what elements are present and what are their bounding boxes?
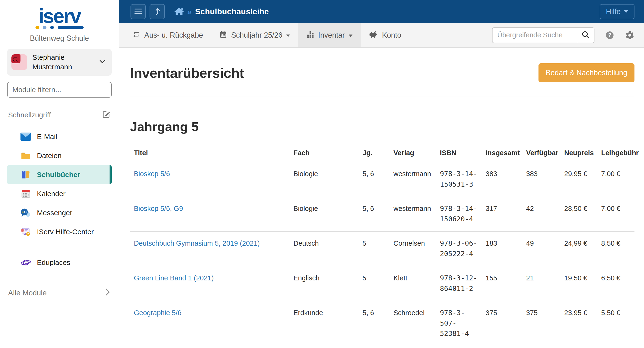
cell-titel: Deutschbuch Gymnasium 5, 2019 (2021) <box>130 232 290 266</box>
cell-neupreis: 28,50 € <box>560 197 597 232</box>
sidebar-item-files[interactable]: Dateien <box>7 146 112 165</box>
sidebar: iserv Bültenweg Schule <box>0 0 119 348</box>
sidebar-item-kalender[interactable]: Kalender <box>7 184 112 203</box>
cell-jg: 5 <box>359 266 390 301</box>
cell-fach: Biologie <box>290 197 359 232</box>
quick-access-label: Schnellzugriff <box>8 111 51 119</box>
cell-isbn: 978-3-12-104613-3 <box>436 346 482 348</box>
module-subnav: Aus- u. Rückgabe Schuljahr 25/26 Inventa… <box>119 23 644 48</box>
cell-jg: 5 <box>359 232 390 266</box>
col-jg: Jg. <box>359 144 390 162</box>
sidebar-item-eduplaces[interactable]: Eduplaces <box>7 253 112 272</box>
chevron-right-icon <box>104 288 111 298</box>
breadcrumb-separator: » <box>187 7 192 16</box>
col-neupreis: Neupreis <box>560 144 597 162</box>
table-header-row: Titel Fach Jg. Verlag ISBN Insgesamt Ver… <box>130 144 634 162</box>
all-modules-link[interactable]: Alle Module <box>8 288 111 298</box>
cell-verfuegbar: 59 <box>522 346 560 348</box>
sidebar-item-email[interactable]: E-Mail <box>7 127 112 146</box>
book-title-link[interactable]: Green Line Band 1 (2021) <box>134 274 214 282</box>
global-search-input[interactable] <box>492 27 577 43</box>
caret-down-icon <box>349 34 352 37</box>
eduplaces-icon <box>20 258 31 267</box>
cell-jg: 5, 6 <box>359 301 390 346</box>
cell-leihgebuehr: 7,00 € <box>597 197 634 232</box>
col-leihgebuehr: Leihgebühr <box>597 144 634 162</box>
cell-leihgebuehr: 7,00 € <box>597 346 634 348</box>
global-search <box>492 27 594 43</box>
table-row: Green Line Band 1 (2021) Englisch 5 Klet… <box>130 266 634 301</box>
iserv-logo-text: iserv <box>34 7 84 25</box>
logo-underline-bar <box>58 26 84 29</box>
menu-toggle-button[interactable] <box>130 4 146 19</box>
cell-isbn: 978-3-14-150620-4 <box>436 197 482 232</box>
table-row: Bioskop 5/6 Biologie 5, 6 westermann 978… <box>130 162 634 197</box>
caret-down-icon <box>286 34 290 37</box>
app-root: iserv Bültenweg Schule <box>0 0 644 348</box>
cell-leihgebuehr: 6,50 € <box>597 266 634 301</box>
cell-verlag: Klett <box>390 346 436 348</box>
edit-icon[interactable] <box>102 110 111 120</box>
svg-text:?: ? <box>608 32 611 38</box>
inventory-icon <box>306 30 314 40</box>
books-icon <box>20 170 31 179</box>
book-title-link[interactable]: Bioskop 5/6, G9 <box>134 205 183 212</box>
table-row: Geographie 5/6 Erdkunde 5, 6 Schroedel 9… <box>130 301 634 346</box>
book-title-link[interactable]: Deutschbuch Gymnasium 5, 2019 (2021) <box>134 240 260 247</box>
cell-isbn: 978-3-507-52381-4 <box>436 301 482 346</box>
cell-verfuegbar: 21 <box>522 266 560 301</box>
book-title-link[interactable]: Geographie 5/6 <box>134 309 182 317</box>
cell-verfuegbar: 42 <box>522 197 560 232</box>
cell-neupreis: 26,95 € <box>560 346 597 348</box>
bedarf-nachbestellung-button[interactable]: Bedarf & Nachbestellung <box>538 63 634 82</box>
breadcrumb-home-link[interactable] <box>174 7 184 17</box>
calendar-icon <box>219 30 227 40</box>
col-titel: Titel <box>130 144 290 162</box>
cell-insgesamt: 375 <box>482 301 522 346</box>
col-fach: Fach <box>290 144 359 162</box>
topbar: » Schulbuchausleihe Hilfe <box>119 0 644 23</box>
sidebar-item-messenger[interactable]: Messenger <box>7 203 112 222</box>
sidebar-divider <box>7 247 112 247</box>
cell-neupreis: 24,99 € <box>560 232 597 266</box>
book-title-link[interactable]: Bioskop 5/6 <box>134 170 170 178</box>
cell-verlag: Schroedel <box>390 301 436 346</box>
sidebar-item-schulbuecher[interactable]: Schulbücher <box>7 165 112 184</box>
cell-titel: Green Line Band 1 (2021) <box>130 266 290 301</box>
help-dropdown-button[interactable]: Hilfe <box>600 4 634 19</box>
cell-neupreis: 19,50 € <box>560 266 597 301</box>
calendar-icon <box>20 189 31 198</box>
sidebar-item-hilfe-center[interactable]: ? IServ Hilfe-Center <box>7 222 112 241</box>
tab-aus-u-rueckgabe[interactable]: Aus- u. Rückgabe <box>124 23 211 47</box>
cell-titel: Bioskop 5/6 <box>130 162 290 197</box>
avatar-pattern <box>12 54 20 63</box>
cell-jg: 5, 6 <box>359 162 390 197</box>
search-icon <box>582 31 590 39</box>
tab-konto[interactable]: Konto <box>360 23 410 47</box>
page-title: Inventarübersicht <box>130 65 244 81</box>
cell-isbn: 978-3-06-205222-4 <box>436 232 482 266</box>
col-verfuegbar: Verfügbar <box>522 144 560 162</box>
logo-dot-lightblue <box>43 26 46 29</box>
cell-insgesamt: 383 <box>482 162 522 197</box>
email-icon <box>20 133 31 141</box>
search-button[interactable] <box>577 27 594 43</box>
col-isbn: ISBN <box>436 144 482 162</box>
up-arrow-icon <box>154 7 161 16</box>
tab-schuljahr[interactable]: Schuljahr 25/26 <box>211 23 298 47</box>
module-filter-input[interactable] <box>7 82 112 98</box>
cell-verlag: Klett <box>390 266 436 301</box>
settings-gear-button[interactable] <box>625 30 634 40</box>
inventory-table-body: Bioskop 5/6 Biologie 5, 6 westermann 978… <box>130 162 634 348</box>
cell-fach: Englisch <box>290 266 359 301</box>
cell-verfuegbar: 375 <box>522 301 560 346</box>
cell-neupreis: 23,95 € <box>560 301 597 346</box>
logo-dot-blue <box>50 26 54 29</box>
col-insgesamt: Insgesamt <box>482 144 522 162</box>
user-menu[interactable]: Stephanie Mustermann <box>7 49 112 76</box>
scroll-top-button[interactable] <box>150 4 165 19</box>
tab-inventar[interactable]: Inventar <box>298 23 360 47</box>
quick-access-menu: E-Mail Dateien Schulbücher Kalender <box>0 127 119 241</box>
cell-jg: 5, 6 <box>359 197 390 232</box>
help-circle-button[interactable]: ? <box>605 30 614 40</box>
